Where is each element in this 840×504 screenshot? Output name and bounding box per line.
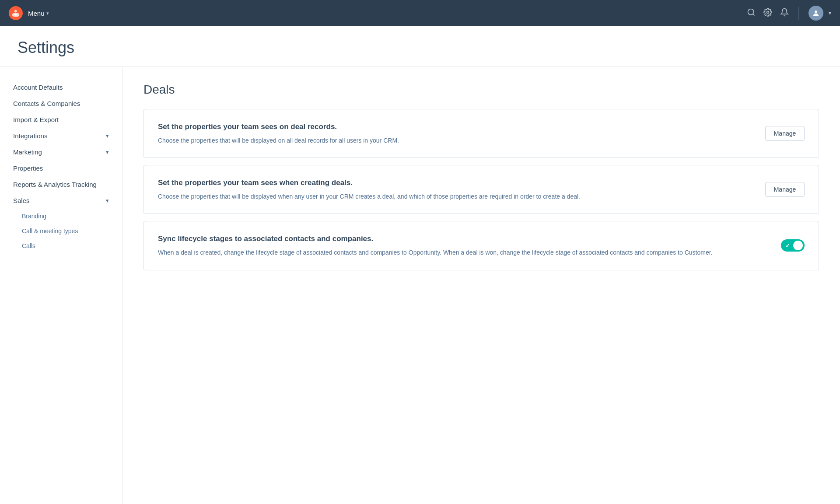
menu-chevron-icon: ▾: [46, 10, 49, 16]
svg-point-4: [767, 11, 769, 13]
svg-point-1: [15, 14, 17, 16]
main-content: Deals Set the properties your team sees …: [122, 67, 840, 504]
nav-left: Menu ▾: [9, 6, 49, 20]
card-desc-3: When a deal is created, change the lifec…: [158, 248, 763, 257]
deal-create-properties-card: Set the properties your team sees when c…: [144, 165, 819, 214]
nav-right: ▾: [747, 6, 831, 21]
avatar-button[interactable]: [808, 6, 823, 21]
sidebar-item-sales[interactable]: Sales ▾: [0, 192, 122, 209]
svg-point-2: [748, 9, 754, 14]
page-wrapper: Settings Account Defaults Contacts & Com…: [0, 26, 840, 504]
top-navigation: Menu ▾ ▾: [0, 0, 840, 26]
sidebar: Account Defaults Contacts & Companies Im…: [0, 67, 122, 504]
toggle-knob: [793, 241, 803, 250]
integrations-chevron-icon: ▾: [106, 133, 109, 139]
sidebar-sub-item-branding[interactable]: Branding: [0, 209, 122, 224]
nav-divider: [798, 7, 799, 20]
marketing-chevron-icon: ▾: [106, 149, 109, 155]
card-heading-3: Sync lifecycle stages to associated cont…: [158, 234, 763, 244]
svg-line-3: [753, 14, 755, 15]
manage-deal-records-button[interactable]: Manage: [765, 126, 805, 141]
sidebar-item-properties[interactable]: Properties: [0, 160, 122, 176]
card-heading-1: Set the properties your team sees on dea…: [158, 122, 755, 132]
menu-button[interactable]: Menu ▾: [28, 10, 49, 17]
svg-point-5: [815, 10, 817, 13]
card-text-3: Sync lifecycle stages to associated cont…: [158, 234, 763, 257]
sidebar-item-account-defaults[interactable]: Account Defaults: [0, 79, 122, 95]
card-desc-1: Choose the properties that will be displ…: [158, 136, 755, 145]
manage-deal-create-button[interactable]: Manage: [765, 182, 805, 197]
section-title: Deals: [144, 83, 819, 97]
hubspot-logo: [9, 6, 23, 20]
avatar-chevron-icon[interactable]: ▾: [829, 10, 831, 16]
content-area: Account Defaults Contacts & Companies Im…: [0, 67, 840, 504]
sidebar-item-marketing[interactable]: Marketing ▾: [0, 144, 122, 160]
settings-icon[interactable]: [763, 8, 772, 19]
sidebar-item-reports-analytics[interactable]: Reports & Analytics Tracking: [0, 176, 122, 192]
card-text-1: Set the properties your team sees on dea…: [158, 122, 755, 145]
sidebar-item-contacts-companies[interactable]: Contacts & Companies: [0, 95, 122, 112]
page-title: Settings: [18, 38, 822, 57]
page-header: Settings: [0, 26, 840, 67]
search-icon[interactable]: [747, 8, 756, 19]
card-text-2: Set the properties your team sees when c…: [158, 178, 755, 201]
deal-record-properties-card: Set the properties your team sees on dea…: [144, 109, 819, 158]
sidebar-item-integrations[interactable]: Integrations ▾: [0, 128, 122, 144]
card-desc-2: Choose the properties that will be displ…: [158, 192, 755, 201]
bell-icon[interactable]: [780, 8, 789, 19]
toggle-check-icon: ✓: [785, 242, 790, 249]
toggle-wrap: ✓: [774, 239, 805, 252]
sales-chevron-icon: ▾: [106, 197, 109, 204]
sync-lifecycle-card: Sync lifecycle stages to associated cont…: [144, 221, 819, 270]
sidebar-sub-item-calls[interactable]: Calls: [0, 238, 122, 253]
sidebar-sub-item-call-meeting-types[interactable]: Call & meeting types: [0, 224, 122, 238]
sidebar-item-import-export[interactable]: Import & Export: [0, 112, 122, 128]
sync-lifecycle-toggle[interactable]: ✓: [781, 239, 805, 252]
card-heading-2: Set the properties your team sees when c…: [158, 178, 755, 188]
